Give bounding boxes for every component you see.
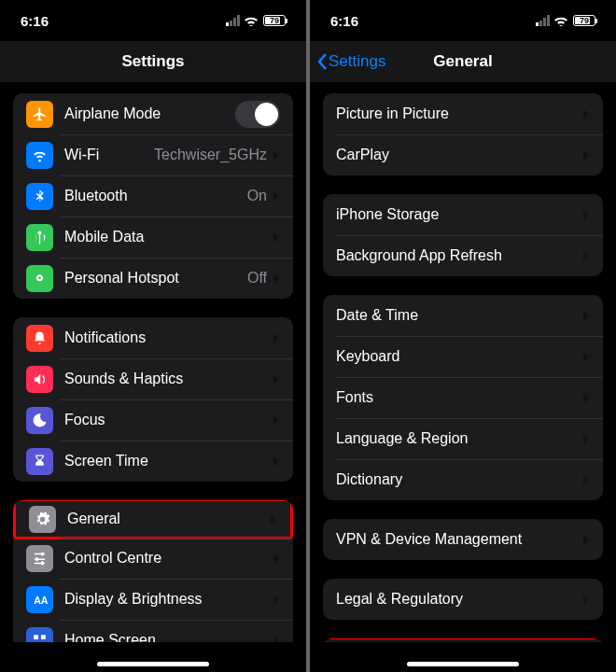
row-vpn[interactable]: VPN & Device Management [323, 519, 603, 560]
row-focus[interactable]: Focus [13, 399, 293, 441]
row-general[interactable]: General [13, 500, 293, 539]
general-screen: 6:16 79 Settings General Picture in Pict… [310, 0, 616, 672]
battery-indicator: 79 [573, 15, 595, 26]
hotspot-value: Off [247, 270, 267, 287]
row-screen-time[interactable]: Screen Time [13, 441, 293, 482]
status-time: 6:16 [21, 13, 49, 29]
nav-bar: Settings General [310, 41, 616, 82]
row-wifi[interactable]: Wi-Fi Techwiser_5GHz [13, 134, 293, 175]
row-sounds[interactable]: Sounds & Haptics [13, 358, 293, 399]
row-control-centre[interactable]: Control Centre [13, 538, 293, 579]
settings-screen: 6:16 79 Settings Airplane Mode Wi-Fi [0, 0, 306, 672]
row-language[interactable]: Language & Region [323, 418, 603, 459]
chevron-icon [582, 534, 590, 546]
status-icons: 79 [536, 15, 595, 26]
chevron-icon [582, 433, 590, 445]
home-screen-label: Home Screen [64, 632, 273, 642]
refresh-label: Background App Refresh [336, 247, 582, 264]
sliders-icon [26, 545, 53, 572]
home-indicator[interactable] [407, 662, 519, 666]
hotspot-icon [26, 265, 53, 292]
wifi-icon [26, 142, 53, 169]
chevron-icon [273, 149, 280, 161]
airplane-toggle[interactable] [235, 101, 280, 128]
pip-label: Picture in Picture [336, 105, 582, 122]
chevron-icon [582, 108, 590, 120]
fonts-label: Fonts [336, 389, 582, 406]
row-refresh[interactable]: Background App Refresh [323, 235, 603, 276]
hourglass-icon [26, 448, 53, 475]
svg-rect-8 [41, 641, 46, 642]
row-pip[interactable]: Picture in Picture [323, 93, 603, 134]
grid-icon [26, 627, 53, 643]
chevron-icon [582, 351, 590, 363]
vpn-label: VPN & Device Management [336, 531, 582, 548]
row-storage[interactable]: iPhone Storage [323, 194, 603, 235]
row-datetime[interactable]: Date & Time [323, 295, 603, 336]
chevron-icon [270, 513, 277, 525]
row-airplane[interactable]: Airplane Mode [13, 93, 293, 134]
status-bar: 6:16 79 [0, 0, 306, 41]
bluetooth-icon [26, 183, 53, 210]
bell-icon [26, 325, 53, 352]
row-display[interactable]: AA Display & Brightness [13, 579, 293, 620]
chevron-icon [273, 373, 280, 385]
row-notifications[interactable]: Notifications [13, 317, 293, 358]
battery-indicator: 79 [263, 15, 286, 26]
svg-text:AA: AA [34, 594, 48, 605]
carplay-label: CarPlay [336, 147, 582, 163]
text-size-icon: AA [26, 586, 53, 613]
group-connectivity: Airplane Mode Wi-Fi Techwiser_5GHz Bluet… [13, 93, 293, 299]
wifi-label: Wi-Fi [64, 147, 154, 163]
group-notifications: Notifications Sounds & Haptics Focus Scr… [13, 317, 293, 482]
svg-rect-5 [34, 635, 38, 639]
group-general: General Control Centre AA Display & Brig… [13, 500, 293, 642]
chevron-icon [582, 250, 590, 262]
hotspot-label: Personal Hotspot [64, 270, 247, 287]
chevron-icon [582, 474, 590, 486]
airplane-label: Airplane Mode [64, 105, 235, 122]
moon-icon [26, 407, 53, 434]
bluetooth-label: Bluetooth [64, 188, 247, 204]
group-pip: Picture in Picture CarPlay [323, 93, 603, 175]
page-title: Settings [121, 52, 184, 71]
sounds-label: Sounds & Haptics [64, 371, 273, 387]
row-transfer-reset[interactable]: Transfer or Reset iPhone [323, 638, 603, 642]
home-indicator[interactable] [97, 662, 209, 666]
general-list[interactable]: Picture in Picture CarPlay iPhone Storag… [310, 82, 616, 642]
wifi-value: Techwiser_5GHz [154, 147, 267, 163]
settings-list[interactable]: Airplane Mode Wi-Fi Techwiser_5GHz Bluet… [0, 82, 306, 642]
row-hotspot[interactable]: Personal Hotspot Off [13, 258, 293, 299]
row-legal[interactable]: Legal & Regulatory [323, 579, 603, 620]
row-bluetooth[interactable]: Bluetooth On [13, 175, 293, 217]
focus-label: Focus [64, 412, 273, 428]
chevron-icon [273, 553, 280, 565]
group-reset: Transfer or Reset iPhone Shut Down [323, 638, 603, 642]
back-button[interactable]: Settings [317, 52, 385, 71]
notifications-label: Notifications [64, 329, 273, 346]
chevron-icon [582, 310, 590, 322]
svg-rect-6 [41, 635, 46, 639]
chevron-icon [582, 209, 590, 221]
row-keyboard[interactable]: Keyboard [323, 336, 603, 377]
bluetooth-value: On [247, 188, 267, 204]
control-centre-label: Control Centre [64, 550, 273, 567]
svg-rect-7 [34, 641, 38, 642]
row-fonts[interactable]: Fonts [323, 377, 603, 418]
back-label: Settings [329, 52, 385, 71]
storage-label: iPhone Storage [336, 206, 582, 223]
chevron-icon [582, 149, 590, 161]
dictionary-label: Dictionary [336, 471, 582, 488]
chevron-icon [582, 594, 590, 606]
screen-time-label: Screen Time [64, 453, 273, 469]
antenna-icon [26, 224, 53, 251]
chevron-icon [273, 414, 280, 427]
language-label: Language & Region [336, 430, 582, 447]
row-mobile-data[interactable]: Mobile Data [13, 217, 293, 258]
row-dictionary[interactable]: Dictionary [323, 459, 603, 500]
back-chevron-icon [317, 52, 329, 71]
row-carplay[interactable]: CarPlay [323, 134, 603, 175]
chevron-icon [273, 332, 280, 344]
signal-icon [536, 15, 550, 26]
row-home-screen[interactable]: Home Screen [13, 620, 293, 642]
